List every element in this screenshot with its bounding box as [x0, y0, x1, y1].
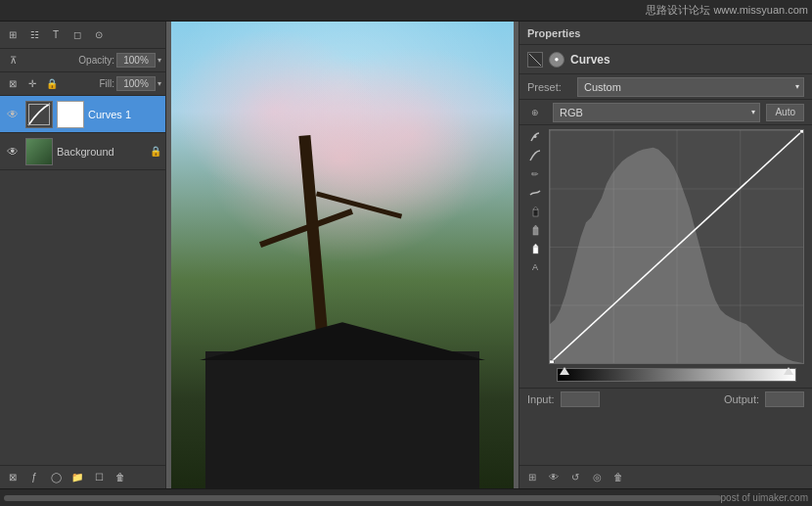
properties-title: Properties [527, 27, 580, 39]
properties-header: Properties [519, 22, 812, 45]
svg-marker-9 [533, 244, 538, 247]
svg-rect-6 [533, 228, 538, 235]
curves-slider-container [549, 368, 804, 386]
layer-thumb-curves [25, 101, 53, 128]
link-layers-icon[interactable]: ⊠ [4, 469, 22, 486]
right-panel: Properties ● Curves Preset: Custom ▾ [519, 22, 812, 488]
new-layer-icon[interactable]: ☐ [90, 469, 108, 486]
layer-fx-icon[interactable]: ƒ [25, 469, 43, 486]
svg-line-11 [550, 130, 803, 363]
layer-bg-name: Background [57, 146, 146, 158]
lock-all-icon[interactable]: 🔒 [43, 75, 61, 93]
curves-eyedropper-white[interactable] [527, 241, 543, 256]
curves-eyedropper-gray[interactable] [527, 222, 543, 238]
opacity-label: Opacity: [78, 55, 114, 66]
curves-adjustment-icon [527, 52, 543, 68]
layer-bg-eye-icon[interactable]: 👁 [4, 143, 22, 161]
building [205, 351, 479, 489]
output-field[interactable] [765, 391, 804, 407]
curves-select-tool[interactable] [527, 129, 543, 145]
input-field[interactable] [561, 391, 600, 407]
svg-point-3 [534, 135, 537, 138]
layer-blending-icon[interactable]: ⊞ [4, 26, 22, 44]
text-tool-icon[interactable]: T [47, 26, 65, 44]
blend-mode-dropdown[interactable]: ⊼ [4, 52, 22, 69]
fill-row: ⊠ ✛ 🔒 Fill: 100% ▾ [0, 72, 165, 96]
svg-rect-8 [533, 247, 538, 253]
toolbar-row: ⊞ ☷ T ◻ ⊙ [0, 22, 165, 49]
curves-line [550, 130, 803, 363]
layers-bottom-toolbar: ⊠ ƒ ◯ 📁 ☐ 🗑 [0, 465, 165, 488]
smart-object-icon[interactable]: ⊙ [90, 26, 108, 44]
curves-title: Curves [570, 53, 610, 67]
svg-marker-5 [533, 207, 538, 209]
fill-input[interactable]: 100% [116, 76, 156, 91]
layer-curves[interactable]: 👁 Curves 1 [0, 96, 165, 133]
delete-layer-icon[interactable]: 🗑 [112, 469, 129, 486]
opacity-input[interactable]: 100% [116, 53, 156, 68]
curves-shadow-handle[interactable] [560, 367, 569, 375]
layer-mask-thumb [57, 101, 84, 128]
layer-background[interactable]: 👁 Background 🔒 [0, 133, 165, 170]
top-bar: 思路设计论坛 www.missyuan.com [0, 0, 812, 22]
channel-row: ⊕ RGB ▾ Auto [519, 100, 812, 125]
shape-tool-icon[interactable]: ◻ [68, 26, 86, 44]
fill-label: Fill: [99, 78, 114, 89]
bottom-status: post of uimaker.com [0, 488, 812, 506]
lock-position-icon[interactable]: ✛ [23, 75, 41, 93]
curves-point-tool[interactable] [527, 148, 543, 163]
channel-value: RGB [560, 107, 583, 118]
preset-row: Preset: Custom ▾ [519, 74, 812, 100]
curves-section-header: ● Curves [519, 45, 812, 74]
scroll-bar-left [4, 495, 721, 501]
layer-curves-name: Curves 1 [88, 109, 161, 120]
curves-circle-icon: ● [549, 52, 564, 68]
svg-rect-4 [533, 209, 538, 216]
curves-smooth-tool[interactable] [527, 185, 543, 201]
add-mask-icon[interactable]: ◯ [47, 469, 65, 486]
delete-adjustment-icon[interactable]: 🗑 [609, 469, 627, 486]
input-label: Input: [527, 393, 555, 405]
output-label: Output: [724, 393, 759, 405]
svg-marker-7 [533, 225, 538, 228]
curves-text-tool[interactable]: A [527, 259, 543, 275]
layers-area: 👁 Curves 1 👁 Background 🔒 [0, 96, 165, 465]
io-row: Input: Output: [519, 388, 812, 409]
left-panel: ⊞ ☷ T ◻ ⊙ ⊼ Opacity: 100% ▾ ⊠ ✛ 🔒 Fill: … [0, 22, 166, 488]
eye-visibility-icon[interactable]: 👁 [545, 469, 563, 486]
channel-arrow-icon: ▾ [751, 108, 755, 116]
curves-pencil-tool[interactable]: ✏ [527, 166, 543, 182]
curves-graph-container: ✏ A [519, 125, 812, 368]
reset-adjustments-icon[interactable]: ↺ [566, 469, 584, 486]
main-layout: ⊞ ☷ T ◻ ⊙ ⊼ Opacity: 100% ▾ ⊠ ✛ 🔒 Fill: … [0, 22, 812, 488]
clip-to-layer-icon[interactable]: ⊞ [523, 469, 541, 486]
svg-rect-0 [26, 102, 52, 127]
preset-label: Preset: [527, 81, 571, 93]
layer-bg-thumb [25, 138, 53, 165]
curves-highlight-handle[interactable] [784, 367, 793, 375]
footer-watermark: post of uimaker.com [721, 492, 808, 503]
canvas-area [166, 22, 519, 488]
layer-eye-icon[interactable]: 👁 [4, 106, 22, 123]
layer-style-icon[interactable]: ☷ [25, 26, 43, 44]
curves-bottom-slider[interactable] [557, 368, 796, 382]
lock-icon[interactable]: ⊠ [4, 75, 22, 93]
new-group-icon[interactable]: 📁 [68, 469, 86, 486]
curves-graph[interactable] [549, 129, 804, 364]
canvas-image [171, 22, 514, 488]
opacity-arrow[interactable]: ▾ [158, 56, 161, 65]
svg-rect-13 [800, 130, 803, 133]
preset-arrow-icon: ▾ [795, 82, 799, 91]
toggle-visibility-icon[interactable]: ◎ [588, 469, 606, 486]
fill-arrow[interactable]: ▾ [158, 79, 161, 88]
auto-button[interactable]: Auto [766, 104, 804, 121]
preset-dropdown[interactable]: Custom ▾ [577, 77, 804, 97]
curves-left-tools: ✏ A [527, 129, 545, 364]
svg-rect-12 [550, 360, 554, 363]
channel-dropdown[interactable]: RGB ▾ [553, 103, 760, 122]
preset-value: Custom [584, 81, 621, 93]
opacity-row: ⊼ Opacity: 100% ▾ [0, 49, 165, 72]
curves-eyedropper-black[interactable] [527, 204, 543, 219]
curves-target-icon[interactable]: ⊕ [527, 105, 543, 120]
channel-tools: ⊕ [527, 105, 543, 120]
